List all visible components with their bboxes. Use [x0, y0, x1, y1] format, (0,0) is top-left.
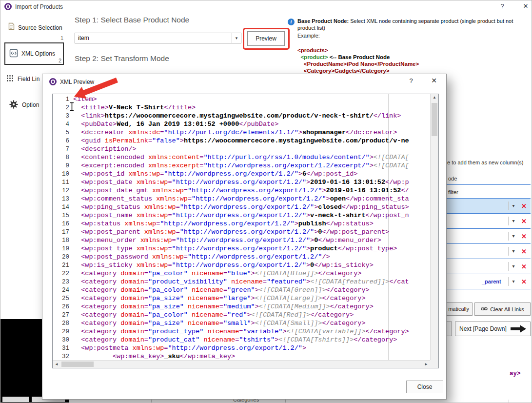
xml-code-viewport: 1<item>2 <title>V-Neck T-Shirt</title>3 …: [53, 94, 430, 360]
line-number: 14: [53, 203, 73, 212]
sidebar-item-label: Source Selection: [18, 24, 62, 31]
code-line: 31 <wp:postmeta xmlns:wp="http://wordpre…: [53, 344, 430, 352]
dropdown-caret-icon[interactable]: ▾: [508, 232, 518, 241]
line-number: 26: [53, 303, 73, 311]
sidebar-item-source-selection[interactable]: Source Selection 1: [5, 21, 65, 41]
gear-icon: [9, 100, 18, 110]
code-line: 11 <wp:post_date xmlns:wp="http://wordpr…: [53, 178, 430, 186]
info-text: Base Product Node: Select XML node conta…: [297, 18, 531, 31]
scroll-left-icon[interactable]: ◄: [55, 362, 59, 366]
line-number: 9: [53, 162, 73, 170]
window-title: Import of Products: [15, 3, 63, 10]
code-line: 24 <category domain="pa_color" nicename=…: [53, 286, 430, 294]
dropdown-caret-icon[interactable]: ▾: [508, 247, 518, 256]
partial-button: [2, 397, 29, 402]
xml-options-icon: [9, 49, 18, 59]
base-node-value: item: [78, 35, 89, 41]
chevron-down-icon: ▾: [232, 33, 241, 43]
code-line: 30 <category domain="product_cat" nicena…: [53, 336, 430, 344]
horizontal-scroll-thumb[interactable]: [61, 362, 94, 367]
remove-link-button[interactable]: ✕: [521, 233, 527, 240]
line-number: 6: [53, 137, 73, 145]
base-node-dropdown[interactable]: item ▾: [75, 33, 241, 43]
remove-link-button[interactable]: ✕: [521, 218, 527, 225]
xml-preview-dialog: XML Preview ? ✕ 1<item>2 <title>V-Neck T…: [42, 74, 447, 400]
code-line: 13 <wp:comment_status xmlns:wp="http://w…: [53, 195, 430, 203]
window-help-button[interactable]: ?: [497, 2, 508, 11]
line-number: 3: [53, 112, 73, 121]
dialog-close-button[interactable]: ✕: [429, 77, 439, 85]
code-line: 32 <wp:meta_key>_sku</wp:meta_key>: [53, 352, 430, 360]
code-line: 15 <wp:post_name xmlns:wp="http://wordpr…: [53, 211, 430, 220]
line-number: 15: [53, 212, 73, 220]
remove-link-button[interactable]: ✕: [521, 248, 527, 255]
line-number: 11: [53, 179, 73, 187]
horizontal-scrollbar[interactable]: ◄ ►: [53, 360, 430, 368]
code-line: 17 <wp:post_parent xmlns:wp="http://word…: [53, 228, 430, 236]
code-line: 5 <dc:creator xmlns:dc="http://purl.org/…: [53, 128, 430, 137]
line-number: 27: [53, 311, 73, 320]
add-columns-hint: e to add them as new column(s): [447, 160, 530, 165]
remove-link-button[interactable]: ✕: [521, 278, 527, 285]
field-link-row[interactable]: ▾✕: [447, 199, 531, 214]
line-number: 32: [53, 353, 73, 360]
red-highlight-annotation: [243, 28, 290, 50]
dropdown-caret-icon[interactable]: ▾: [508, 217, 518, 225]
dropdown-caret-icon[interactable]: ▾: [508, 277, 518, 286]
next-button-label: Next [Page Down]: [459, 325, 507, 332]
step-number: 2: [59, 58, 61, 63]
line-number: 7: [53, 145, 73, 154]
field-link-row[interactable]: ▾✕: [447, 229, 531, 244]
example-line: <product> <-- Base Product Node: [297, 54, 419, 60]
dialog-help-button[interactable]: ?: [406, 77, 416, 86]
field-link-row[interactable]: ▾✕: [447, 214, 531, 229]
example-code: <products> <product> <-- Base Product No…: [297, 47, 419, 74]
code-line: 16 <wp:status xmlns:wp="http://wordpress…: [53, 220, 430, 228]
line-number: 12: [53, 187, 73, 195]
code-line: 9 <excerpt:encoded xmlns:excerpt="http:/…: [53, 161, 430, 170]
scroll-up-icon[interactable]: ▲: [431, 95, 438, 100]
vertical-scrollbar[interactable]: ▲ ▼: [430, 94, 438, 368]
line-number: 25: [53, 295, 73, 303]
window-titlebar: Import of Products ? ✕: [0, 0, 532, 13]
line-number: 30: [53, 336, 73, 344]
code-line: 20 <wp:post_password xmlns:wp="http://wo…: [53, 253, 430, 261]
step-number: 1: [60, 35, 63, 41]
remove-link-button[interactable]: ✕: [521, 263, 527, 270]
dropdown-caret-icon[interactable]: ▾: [508, 262, 518, 271]
field-link-row[interactable]: _parent▾✕: [447, 274, 531, 289]
remove-link-button[interactable]: ✕: [521, 202, 527, 210]
code-line: 23 <category domain="product_visibility"…: [53, 278, 430, 286]
clear-all-links-button[interactable]: Clear All Links: [474, 302, 531, 316]
line-number: 29: [53, 328, 73, 336]
sidebar-item-xml-options[interactable]: XML Options 2: [4, 42, 64, 65]
code-line: 22 <category domain="pa_color" nicename=…: [53, 269, 430, 278]
dropdown-caret-icon[interactable]: ▾: [508, 202, 518, 210]
sidebar-item-label: Field Lin: [18, 76, 39, 82]
code-line: 7 <description/>: [53, 145, 430, 153]
divider: [447, 184, 531, 185]
line-number: 17: [53, 228, 73, 237]
line-number: 13: [53, 195, 73, 203]
example-label: Example:: [297, 33, 320, 39]
line-number: 20: [53, 253, 73, 262]
code-line: 2 <title>V-Neck T-Shirt</title>: [53, 103, 430, 112]
field-link-row[interactable]: ▾✕: [447, 259, 531, 274]
vertical-scroll-thumb[interactable]: [432, 103, 437, 136]
code-line: 27 <category domain="pa_color" nicename=…: [53, 311, 430, 319]
example-line: <Category>Gadgets</Category>: [297, 67, 419, 74]
close-button[interactable]: Close: [406, 381, 443, 393]
line-number: 16: [53, 220, 73, 228]
scroll-right-icon[interactable]: ►: [424, 362, 428, 366]
sidebar-item-label: Option: [22, 101, 39, 108]
link-rows: ▾✕▾✕▾✕▾✕▾✕_parent▾✕: [447, 198, 531, 289]
line-number: 22: [53, 270, 73, 278]
scrollbar-corner: [430, 360, 438, 368]
line-number: 5: [53, 129, 73, 137]
window-close-button[interactable]: ✕: [520, 2, 531, 11]
step2-heading: Step 2: Set Transform Mode: [75, 54, 169, 63]
next-page-down-button[interactable]: Next [Page Down]: [455, 322, 531, 336]
broken-link-icon: [481, 305, 488, 313]
code-line: 29 <category domain="product_type" nicen…: [53, 327, 430, 336]
field-link-row[interactable]: ▾✕: [447, 244, 531, 259]
